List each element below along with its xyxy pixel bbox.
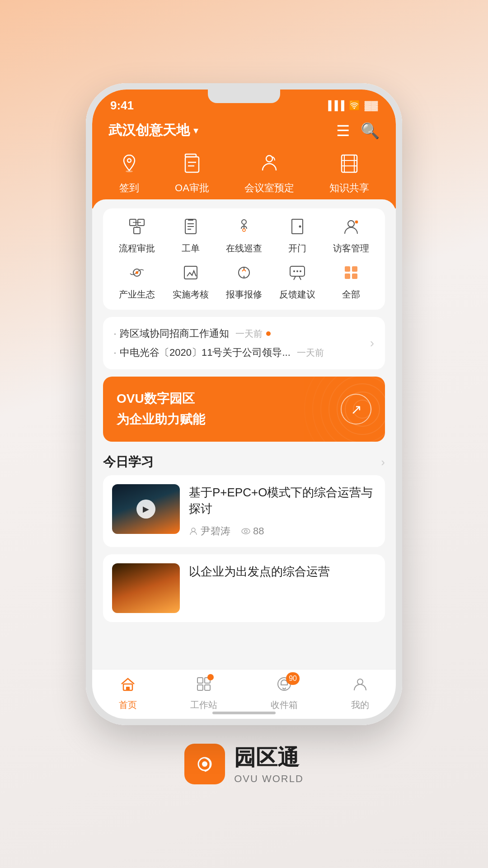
service-door[interactable]: 开门 bbox=[275, 217, 320, 255]
notification-card[interactable]: · 跨区域协同招商工作通知 一天前 · 中电光谷〔2020〕11号关于公司领导.… bbox=[103, 317, 385, 369]
notification-text-1: 跨区域协同招商工作通知 bbox=[120, 327, 229, 340]
svg-point-25 bbox=[355, 220, 358, 224]
status-icons: ▐▐▐ 🛜 ▓▓ bbox=[325, 100, 378, 111]
meeting-icon bbox=[259, 153, 280, 178]
home-indicator bbox=[212, 712, 276, 714]
repair-icon bbox=[235, 264, 253, 285]
notification-list: · 跨区域协同招商工作通知 一天前 · 中电光谷〔2020〕11号关于公司领导.… bbox=[114, 327, 370, 359]
service-repair-label: 报事报修 bbox=[226, 288, 262, 301]
home-icon bbox=[120, 676, 136, 696]
service-flow-approval-label: 流程审批 bbox=[119, 242, 155, 255]
banner-arrow-btn[interactable]: ↗ bbox=[341, 394, 371, 425]
quick-nav-meeting[interactable]: 会议室预定 bbox=[244, 153, 294, 195]
phone-screen: 9:41 ▐▐▐ 🛜 ▓▓ 武汉创意天地 ▾ ☰ 🔍 bbox=[92, 90, 396, 719]
service-grid-card: 流程审批 bbox=[103, 208, 385, 310]
svg-point-24 bbox=[348, 221, 354, 227]
oa-icon bbox=[182, 153, 202, 178]
wifi-icon: 🛜 bbox=[349, 100, 360, 111]
banner-card[interactable]: OVU数字园区 为企业助力赋能 ↗ bbox=[103, 377, 385, 442]
tab-profile-label: 我的 bbox=[351, 699, 369, 711]
svg-rect-39 bbox=[352, 274, 357, 279]
service-feedback-label: 反馈建议 bbox=[279, 288, 315, 301]
tab-workstation[interactable]: 工作站 bbox=[190, 676, 217, 711]
notification-arrow: › bbox=[370, 336, 374, 350]
svg-point-35 bbox=[300, 270, 301, 272]
svg-rect-37 bbox=[352, 266, 357, 272]
banner-text: OVU数字园区 为企业助力赋能 bbox=[117, 390, 205, 428]
header-left[interactable]: 武汉创意天地 ▾ bbox=[108, 121, 198, 140]
service-row-1: 流程审批 bbox=[110, 217, 378, 255]
door-icon bbox=[288, 217, 306, 239]
inbox-badge: 90 bbox=[286, 672, 300, 685]
tab-workstation-label: 工作站 bbox=[190, 699, 217, 711]
learning-card-1[interactable]: ▶ 基于P+EPC+O模式下的综合运营与探讨 尹碧涛 bbox=[103, 475, 385, 547]
svg-point-34 bbox=[296, 270, 298, 272]
svg-rect-51 bbox=[126, 687, 130, 690]
service-all[interactable]: 全部 bbox=[328, 264, 374, 301]
tab-profile[interactable]: 我的 bbox=[351, 676, 369, 711]
learning-info-2: 以企业为出发点的综合运营 bbox=[189, 563, 376, 613]
visitor-icon bbox=[342, 217, 360, 239]
tab-home-label: 首页 bbox=[119, 699, 137, 711]
service-assessment[interactable]: 实施考核 bbox=[168, 264, 213, 301]
learning-author-1: 尹碧涛 bbox=[189, 524, 230, 538]
learning-thumb-2 bbox=[112, 563, 180, 613]
signal-icon: ▐▐▐ bbox=[325, 100, 344, 111]
quick-nav-oa[interactable]: OA审批 bbox=[175, 153, 209, 195]
quick-nav-signin[interactable]: 签到 bbox=[119, 153, 140, 195]
service-workorder[interactable]: 工单 bbox=[168, 217, 213, 255]
section-more-learning[interactable]: › bbox=[381, 455, 385, 469]
notification-item-1: · 跨区域协同招商工作通知 一天前 bbox=[114, 327, 370, 340]
author-name-1: 尹碧涛 bbox=[201, 524, 230, 538]
notification-dot-1 bbox=[266, 331, 271, 336]
brand-name-cn: 园区通 bbox=[234, 743, 304, 772]
service-repair[interactable]: 报事报修 bbox=[221, 264, 267, 301]
service-inspection[interactable]: 在线巡查 bbox=[221, 217, 267, 255]
workstation-badge-dot bbox=[207, 674, 214, 680]
ecosystem-icon bbox=[128, 264, 146, 285]
feedback-icon bbox=[288, 264, 306, 285]
svg-rect-38 bbox=[345, 274, 350, 279]
quick-nav-knowledge[interactable]: 知识共享 bbox=[329, 153, 369, 195]
service-feedback[interactable]: 反馈建议 bbox=[275, 264, 320, 301]
dropdown-arrow[interactable]: ▾ bbox=[193, 125, 198, 137]
author-icon-1 bbox=[189, 527, 198, 536]
service-ecosystem[interactable]: 产业生态 bbox=[114, 264, 160, 301]
svg-rect-55 bbox=[205, 685, 210, 690]
svg-point-47 bbox=[192, 528, 195, 532]
knowledge-icon bbox=[339, 153, 360, 178]
notification-text-2: 中电光谷〔2020〕11号关于公司领导... bbox=[120, 346, 291, 359]
views-icon-1 bbox=[241, 527, 250, 536]
service-visitor-label: 访客管理 bbox=[333, 242, 369, 255]
play-button-1[interactable]: ▶ bbox=[136, 500, 155, 519]
notification-item-2: · 中电光谷〔2020〕11号关于公司领导... 一天前 bbox=[114, 346, 370, 359]
quick-nav-oa-label: OA审批 bbox=[175, 181, 209, 195]
tab-inbox[interactable]: 90 收件箱 bbox=[271, 676, 298, 711]
banner-title: OVU数字园区 bbox=[117, 390, 205, 407]
signin-icon bbox=[119, 153, 140, 178]
service-ecosystem-label: 产业生态 bbox=[119, 288, 155, 301]
svg-rect-2 bbox=[185, 157, 199, 172]
notification-time-2: 一天前 bbox=[297, 347, 324, 359]
menu-icon[interactable]: ☰ bbox=[336, 122, 350, 140]
quick-nav-meeting-label: 会议室预定 bbox=[244, 181, 294, 195]
svg-rect-36 bbox=[345, 266, 350, 272]
profile-icon bbox=[352, 676, 368, 696]
service-workorder-label: 工单 bbox=[182, 242, 200, 255]
service-flow-approval[interactable]: 流程审批 bbox=[114, 217, 160, 255]
svg-point-49 bbox=[244, 530, 247, 533]
learning-thumb-1: ▶ bbox=[112, 484, 180, 534]
learning-title-1: 基于P+EPC+O模式下的综合运营与探讨 bbox=[189, 484, 376, 517]
learning-card-2[interactable]: 以企业为出发点的综合运营 bbox=[103, 554, 385, 622]
service-door-label: 开门 bbox=[288, 242, 306, 255]
search-icon[interactable]: 🔍 bbox=[361, 122, 380, 140]
inbox-icon: 90 bbox=[276, 676, 292, 696]
svg-point-48 bbox=[242, 528, 250, 534]
notch bbox=[208, 90, 280, 103]
service-visitor[interactable]: 访客管理 bbox=[328, 217, 374, 255]
svg-point-57 bbox=[357, 679, 363, 684]
svg-point-27 bbox=[136, 271, 138, 274]
svg-rect-7 bbox=[344, 155, 354, 172]
main-content: 流程审批 bbox=[92, 199, 396, 719]
tab-home[interactable]: 首页 bbox=[119, 676, 137, 711]
